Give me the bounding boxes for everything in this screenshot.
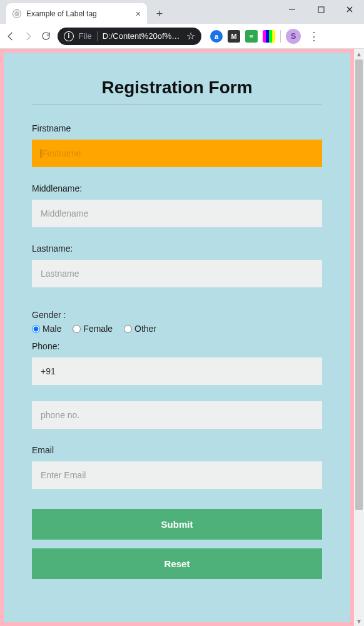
address-bar[interactable]: i File D:/Content%20of%2... ☆ — [58, 28, 201, 45]
gender-label: Gender : — [32, 310, 322, 320]
address-path: D:/Content%20of%2... — [103, 31, 181, 41]
middlename-field[interactable] — [32, 200, 322, 227]
browser-toolbar: i File D:/Content%20of%2... ☆ a M ≡ S ⋮ — [0, 24, 364, 49]
extension-m-icon[interactable]: M — [228, 30, 240, 43]
browser-viewport: Registration Form Firstname Firstname Mi… — [0, 49, 364, 626]
radio-male[interactable] — [32, 325, 40, 333]
minimize-button[interactable] — [278, 0, 306, 19]
address-separator — [97, 31, 98, 41]
window-controls — [278, 0, 364, 19]
back-button[interactable] — [5, 31, 16, 42]
extension-green-icon[interactable]: ≡ — [245, 30, 258, 43]
page-body: Registration Form Firstname Firstname Mi… — [0, 49, 354, 626]
email-field[interactable] — [32, 461, 322, 489]
reset-button[interactable]: Reset — [32, 548, 322, 579]
text-cursor — [41, 149, 41, 158]
firstname-placeholder: Firstname — [42, 148, 81, 158]
new-tab-button[interactable]: + — [151, 5, 168, 23]
menu-kebab-icon[interactable]: ⋮ — [306, 29, 322, 43]
close-window-button[interactable] — [335, 0, 364, 19]
gender-option-female[interactable]: Female — [73, 324, 113, 334]
address-scheme: File — [79, 31, 92, 41]
browser-tab[interactable]: Example of Label tag × — [6, 3, 147, 24]
maximize-button[interactable] — [306, 0, 335, 19]
phone-label: Phone: — [32, 341, 322, 351]
scroll-down-arrow[interactable]: ▼ — [354, 616, 364, 626]
radio-other[interactable] — [124, 325, 132, 333]
toolbar-separator — [280, 30, 281, 43]
lastname-field[interactable] — [32, 260, 322, 287]
reload-button[interactable] — [40, 31, 51, 42]
svg-rect-2 — [318, 7, 324, 13]
window-title-bar: Example of Label tag × + — [0, 0, 364, 24]
info-icon: i — [64, 31, 74, 41]
vertical-scrollbar[interactable]: ▲ ▼ — [354, 49, 364, 626]
scrollbar-thumb[interactable] — [355, 59, 363, 510]
gender-option-male[interactable]: Male — [32, 324, 61, 334]
forward-button[interactable] — [23, 31, 34, 42]
profile-avatar[interactable]: S — [286, 29, 301, 44]
registration-form-card: Registration Form Firstname Firstname Mi… — [4, 53, 350, 622]
bookmark-star-icon[interactable]: ☆ — [186, 30, 195, 42]
submit-button[interactable]: Submit — [32, 509, 322, 540]
email-label: Email — [32, 445, 322, 455]
extension-colorbars-icon[interactable] — [263, 30, 275, 43]
extension-a-icon[interactable]: a — [210, 30, 223, 43]
gender-radio-group: Male Female Other — [32, 324, 322, 334]
close-tab-icon[interactable]: × — [136, 9, 141, 19]
tab-title: Example of Label tag — [26, 9, 97, 18]
gender-option-other[interactable]: Other — [124, 324, 156, 334]
page-title: Registration Form — [32, 78, 322, 98]
firstname-field[interactable]: Firstname — [32, 140, 322, 167]
phone-country-code-field[interactable] — [32, 357, 322, 385]
extension-icons: a M ≡ S ⋮ — [210, 29, 322, 44]
phone-number-field[interactable] — [32, 401, 322, 429]
scroll-up-arrow[interactable]: ▲ — [354, 49, 364, 59]
radio-female[interactable] — [73, 325, 81, 333]
firstname-label: Firstname — [32, 123, 322, 133]
title-rule — [32, 104, 322, 105]
middlename-label: Middlename: — [32, 183, 322, 193]
globe-icon — [13, 9, 21, 18]
lastname-label: Lastname: — [32, 244, 322, 254]
